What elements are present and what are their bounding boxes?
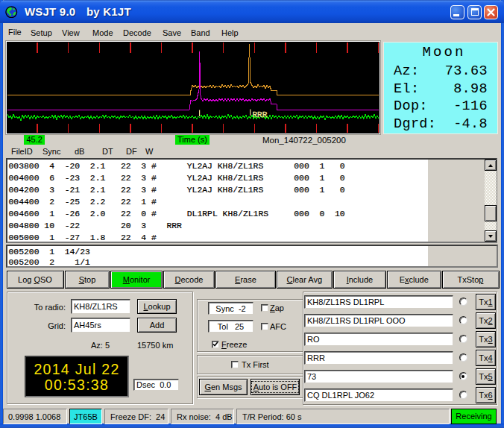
svg-text:RRR: RRR [253,110,268,119]
